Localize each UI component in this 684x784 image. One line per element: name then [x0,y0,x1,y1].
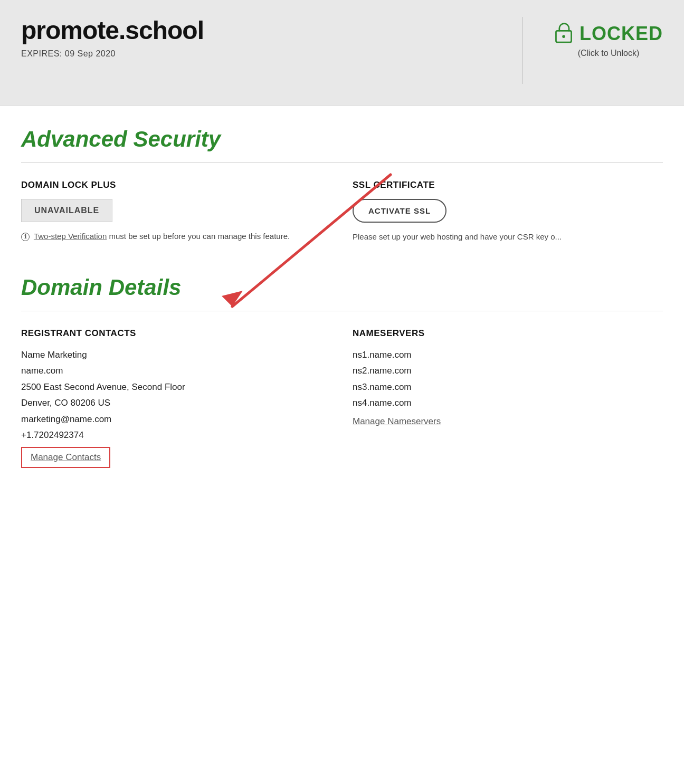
expires-date: 09 Sep 2020 [65,49,116,58]
header: promote.school EXPIRES: 09 Sep 2020 LOCK… [0,0,684,106]
domain-lock-plus-col: DOMAIN LOCK PLUS UNAVAILABLE ℹ Two-step … [21,180,331,243]
activate-ssl-button[interactable]: ACTIVATE SSL [353,199,446,223]
info-icon: ℹ [21,233,30,241]
domain-details-section: Domain Details REGISTRANT CONTACTS Name … [21,275,663,469]
ssl-info-text: Please set up your web hosting and have … [353,231,663,243]
advanced-security-divider [21,162,663,163]
contact-org: name.com [21,363,331,379]
lock-section[interactable]: LOCKED (Click to Unlock) [554,17,663,58]
ns1: ns1.name.com [353,347,663,364]
manage-nameservers-link[interactable]: Manage Nameservers [353,414,663,430]
contact-address2: Denver, CO 80206 US [21,395,331,412]
nameservers-list: ns1.name.com ns2.name.com ns3.name.com n… [353,347,663,430]
registrant-contacts-col: REGISTRANT CONTACTS Name Marketing name.… [21,328,331,469]
lock-icon-container: LOCKED [554,22,663,45]
registrant-contacts-label: REGISTRANT CONTACTS [21,328,331,339]
header-divider [522,17,522,84]
domain-info: promote.school EXPIRES: 09 Sep 2020 [21,17,490,59]
contact-address1: 2500 East Second Avenue, Second Floor [21,379,331,396]
contacts-info: Name Marketing name.com 2500 East Second… [21,347,331,444]
contact-phone: +1.7202492374 [21,427,331,444]
manage-contacts-link[interactable]: Manage Contacts [31,452,101,462]
domain-details-grid: REGISTRANT CONTACTS Name Marketing name.… [21,328,663,469]
expires-text: EXPIRES: [21,49,62,58]
advanced-security-title: Advanced Security [21,127,663,152]
main-content: Advanced Security DOMAIN LOCK PLUS UNAVA… [0,106,684,521]
ns4: ns4.name.com [353,395,663,412]
expires-label: EXPIRES: 09 Sep 2020 [21,49,490,59]
contact-name: Name Marketing [21,347,331,364]
domain-lock-plus-label: DOMAIN LOCK PLUS [21,180,331,190]
domain-details-divider [21,311,663,311]
svg-point-1 [562,35,565,38]
contact-email: marketing@name.com [21,412,331,428]
click-to-unlock-text: (Click to Unlock) [578,49,639,58]
advanced-security-section: Advanced Security DOMAIN LOCK PLUS UNAVA… [21,127,663,243]
ssl-certificate-col: SSL CERTIFICATE ACTIVATE SSL Please set … [353,180,663,243]
manage-contacts-box[interactable]: Manage Contacts [21,447,110,468]
lock-icon [554,22,573,45]
domain-details-title: Domain Details [21,275,663,300]
ssl-certificate-label: SSL CERTIFICATE [353,180,663,190]
locked-status-text: LOCKED [580,23,663,45]
two-step-verification-link[interactable]: Two-step Verification [34,232,107,241]
ns2: ns2.name.com [353,363,663,379]
domain-name: promote.school [21,17,490,45]
nameservers-label: NAMESERVERS [353,328,663,339]
advanced-security-grid: DOMAIN LOCK PLUS UNAVAILABLE ℹ Two-step … [21,180,663,243]
ns3: ns3.name.com [353,379,663,396]
nameservers-col: NAMESERVERS ns1.name.com ns2.name.com ns… [353,328,663,469]
domain-lock-info-text: must be set up before you can manage thi… [109,232,290,241]
domain-lock-plus-info: ℹ Two-step Verification must be set up b… [21,231,331,243]
unavailable-button: UNAVAILABLE [21,199,112,222]
